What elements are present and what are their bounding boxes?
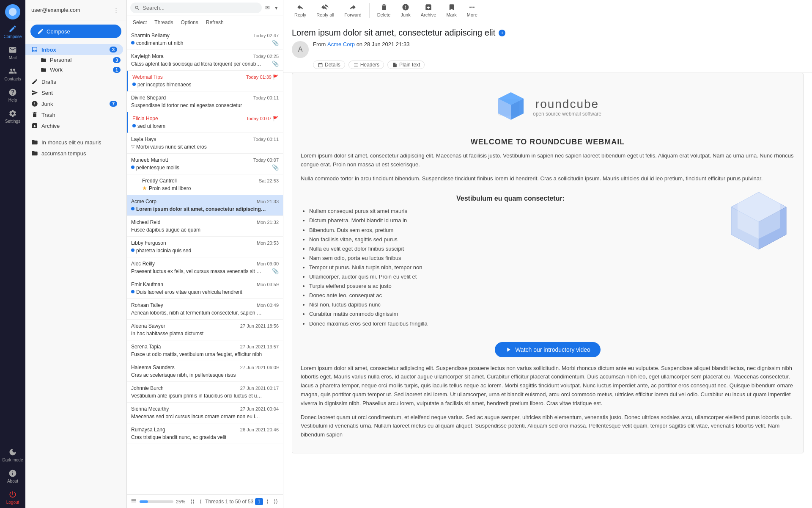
nav-folder-trash[interactable]: Trash xyxy=(25,109,123,120)
unread-indicator xyxy=(131,41,134,44)
email-item[interactable]: Johnnie Burch 27 Jun 2021 00:17 Vestibul… xyxy=(127,382,283,403)
from-line: From Acme Corp on 28 Jun 2021 21:33 xyxy=(313,41,409,47)
thread-expand-icon[interactable]: ▽ xyxy=(131,144,134,149)
email-sender: Muneeb Marriott xyxy=(131,157,168,163)
email-item[interactable]: Micheal Reid Mon 21:32 Fusce dapibus aug… xyxy=(127,216,283,237)
details-tag[interactable]: Details xyxy=(313,61,345,69)
search-input[interactable] xyxy=(143,5,258,11)
nav-folder-inrhoncus[interactable]: In rhoncus elit eu mauris xyxy=(25,137,123,148)
progress-fill xyxy=(140,500,148,503)
headers-tag[interactable]: Headers xyxy=(348,61,384,69)
refresh-button[interactable]: Refresh xyxy=(203,18,227,27)
email-time: Today 02:47 xyxy=(253,33,279,38)
sidebar-item-logout[interactable]: Logout xyxy=(1,487,25,508)
personal-label: Personal xyxy=(50,57,71,63)
nav-subfolder-personal[interactable]: Personal 3 xyxy=(25,55,126,65)
sidebar-item-help[interactable]: Help xyxy=(0,85,25,106)
mark-button[interactable]: Mark xyxy=(442,2,461,19)
email-time: Mon 21:32 xyxy=(257,220,279,225)
sidebar-item-compose[interactable]: Compose xyxy=(0,21,25,42)
unread-indicator xyxy=(131,207,134,210)
video-button[interactable]: Watch our introductory video xyxy=(495,342,601,357)
user-email: user@example.com xyxy=(31,7,80,13)
email-item[interactable]: Freddy Cantrell Sat 22:53 ★ Proin sed mi… xyxy=(127,174,283,195)
email-sender: Kayleigh Mora xyxy=(131,53,164,59)
email-time: Today 00:11 xyxy=(253,137,279,142)
nav-folder-archive[interactable]: Archive xyxy=(25,120,123,131)
nav-folder-sent[interactable]: Sent xyxy=(25,87,123,98)
email-item[interactable]: Sharmin Bellamy Today 02:47 condimentum … xyxy=(127,29,283,50)
email-item[interactable]: Webmail Tips Today 01:39 🚩 per inceptos … xyxy=(127,71,283,91)
nav-header: user@example.com ⋮ xyxy=(25,0,126,20)
email-subject: Proin sed mi libero xyxy=(149,185,191,191)
email-item[interactable]: Libby Ferguson Mon 20:53 pharetra lacini… xyxy=(127,237,283,257)
nav-panel: user@example.com ⋮ Compose Inbox 3 Perso… xyxy=(25,0,127,508)
reply-button[interactable]: Reply xyxy=(290,2,310,19)
email-item[interactable]: Aleena Sawyer 27 Jun 2021 18:56 In hac h… xyxy=(127,320,283,340)
unread-indicator xyxy=(131,166,134,169)
email-subject: Cras tristique blandit nunc, ac gravida … xyxy=(131,434,226,440)
nav-folder-accumsan[interactable]: accumsan tempus xyxy=(25,148,123,159)
list-item: Non facilisis vitae, sagittis sed purus xyxy=(309,235,720,244)
email-item[interactable]: Kayleigh Mora Today 02:25 Class aptent t… xyxy=(127,50,283,71)
reply-all-button[interactable]: Reply all xyxy=(312,2,338,19)
compose-button[interactable]: Compose xyxy=(30,25,121,38)
options-button[interactable]: Options xyxy=(177,18,201,27)
email-time: Today 00:11 xyxy=(253,95,279,100)
search-box[interactable] xyxy=(130,3,262,13)
delete-button[interactable]: Delete xyxy=(373,2,395,19)
body-image-col xyxy=(727,188,795,253)
email-item[interactable]: Serena Tapia 27 Jun 2021 13:57 Fusce ut … xyxy=(127,340,283,361)
archive-button[interactable]: Archive xyxy=(417,2,441,19)
nav-folder-inbox[interactable]: Inbox 3 xyxy=(25,44,123,55)
plain-text-tag[interactable]: Plain text xyxy=(387,61,425,69)
sidebar-bottom: Dark mode About Logout xyxy=(1,444,25,508)
more-button[interactable]: More xyxy=(463,2,482,19)
sidebar-item-darkmode[interactable]: Dark mode xyxy=(1,444,25,466)
email-item[interactable]: Emir Kaufman Mon 03:59 Duis laoreet eros… xyxy=(127,278,283,299)
next-page-button[interactable]: ⟩ xyxy=(265,497,270,505)
select-button[interactable]: Select xyxy=(129,18,150,27)
sender-avatar: A xyxy=(292,41,309,58)
sidebar-item-contacts[interactable]: Contacts xyxy=(0,64,25,85)
sidebar-item-about[interactable]: About xyxy=(1,466,25,487)
app-logo xyxy=(5,4,20,19)
email-subject: Fusce dapibus augue ac quam xyxy=(131,227,200,233)
prev-page-button[interactable]: ⟨ xyxy=(198,497,203,505)
email-item-selected[interactable]: Acme Corp Mon 21:33 Lorem ipsum dolor si… xyxy=(127,195,283,216)
threads-button[interactable]: Threads xyxy=(151,18,176,27)
email-item[interactable]: Alec Reilly Mon 09:00 Praesent luctus ex… xyxy=(127,257,283,278)
nav-options-button[interactable]: ⋮ xyxy=(112,5,121,15)
email-item[interactable]: Elicia Hope Today 00:07 🚩 sed ut lorem xyxy=(127,112,283,133)
email-item[interactable]: Haleema Saunders 27 Jun 2021 06:09 Cras … xyxy=(127,361,283,382)
nav-subfolder-work[interactable]: Work 1 xyxy=(25,65,126,75)
email-item[interactable]: Sienna Mccarthy 27 Jun 2021 00:04 Maecen… xyxy=(127,403,283,423)
nav-folder-junk[interactable]: Junk 7 xyxy=(25,98,123,109)
delete-label: Delete xyxy=(377,12,391,17)
email-item[interactable]: Rohaan Talley Mon 00:49 Aenean lobortis,… xyxy=(127,299,283,320)
email-time: 27 Jun 2021 00:17 xyxy=(240,386,279,391)
search-dropdown-button[interactable]: ▾ xyxy=(273,3,280,13)
progress-bar: 25% xyxy=(130,498,185,505)
sidebar-item-settings[interactable]: Settings xyxy=(0,106,25,127)
email-item[interactable]: Divine Shepard Today 00:11 Suspendisse i… xyxy=(127,91,283,112)
forward-button[interactable]: Forward xyxy=(340,2,365,19)
email-list-toolbar: ✉ ▾ xyxy=(127,0,283,16)
reader-toolbar: Reply Reply all Forward Delete Junk Arch… xyxy=(283,0,812,21)
email-item[interactable]: Layla Hays Today 00:11 ▽ Morbi varius nu… xyxy=(127,133,283,154)
email-subject: Aenean lobortis, nibh at fermentum conse… xyxy=(131,310,262,316)
envelope-filter-button[interactable]: ✉ xyxy=(263,3,272,13)
email-item[interactable]: Muneeb Marriott Today 00:07 pellentesque… xyxy=(127,154,283,174)
email-item[interactable]: Rumaysa Lang 26 Jun 2021 20:46 Cras tris… xyxy=(127,423,283,444)
body-two-col: Vestibulum eu quam consectetur: Nullam c… xyxy=(301,188,795,335)
nav-folder-drafts[interactable]: Drafts xyxy=(25,76,123,87)
email-time: Today 01:39 🚩 xyxy=(246,75,279,80)
sidebar-item-mail[interactable]: Mail xyxy=(0,42,25,64)
email-time: 27 Jun 2021 13:57 xyxy=(240,344,279,349)
last-page-button[interactable]: ⟩⟩ xyxy=(272,497,280,505)
from-date: on 28 Jun 2021 21:33 xyxy=(357,41,410,47)
sender-link[interactable]: Acme Corp xyxy=(327,41,355,47)
junk-button[interactable]: Junk xyxy=(396,2,414,19)
junk-badge: 7 xyxy=(110,101,117,107)
first-page-button[interactable]: ⟨⟨ xyxy=(189,497,196,505)
